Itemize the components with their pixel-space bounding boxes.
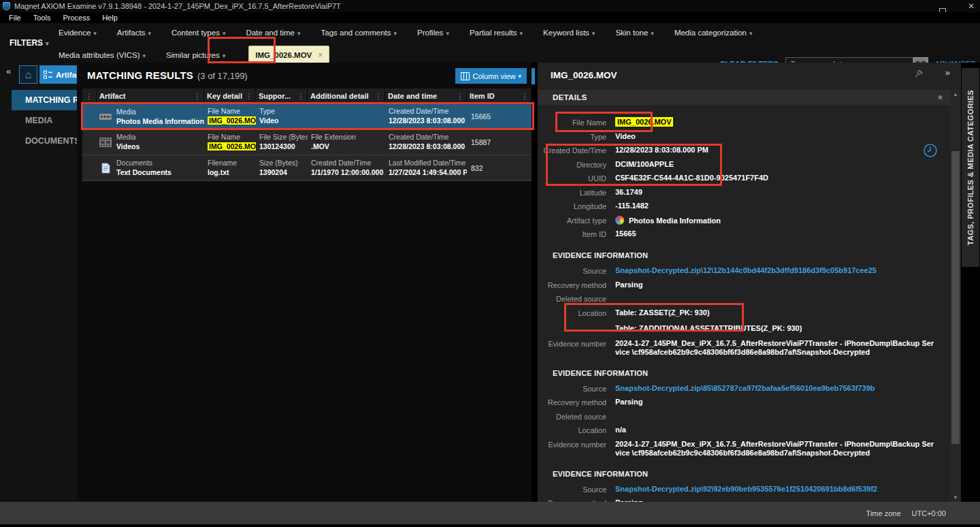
details-content: File NameIMG_0026.MOV TypeVideo Created …	[538, 105, 950, 502]
tab-artifacts[interactable]: Artifact	[39, 65, 77, 84]
chevron-down-icon: ▾	[446, 30, 449, 37]
sidebar-list: MATCHING RES MEDIA DOCUMENTS	[12, 90, 77, 151]
collapse-sidebar-icon[interactable]: «	[6, 66, 11, 76]
field-value: Video	[615, 132, 935, 142]
page-title: MATCHING RESULTS	[87, 69, 193, 81]
sidebar-item-matching-results[interactable]: MATCHING RES	[12, 90, 77, 110]
menu-file[interactable]: File	[3, 14, 27, 22]
field-label: Source	[541, 485, 606, 494]
menu-process[interactable]: Process	[56, 14, 96, 22]
column-header-date-and-time[interactable]: Date and time⋮	[385, 89, 467, 103]
key-detail-value: log.txt	[208, 167, 255, 178]
field-label: Evidence number	[541, 440, 606, 458]
field-label: Item ID	[541, 229, 606, 239]
search-hit-highlight: IMG_0026.MOV	[208, 116, 256, 125]
filter-tags-comments[interactable]: Tags and comments▾	[321, 29, 397, 37]
artifact-group: Media	[116, 107, 204, 116]
film-strip-icon	[98, 135, 113, 150]
scroll-down-icon[interactable]: ▼	[950, 495, 961, 500]
chevron-down-icon: ▾	[223, 30, 226, 37]
date-label: Created Date/Time	[389, 132, 466, 142]
sidebar-item-media[interactable]: MEDIA	[12, 110, 77, 131]
field-value: C5F4E32F-C544-4A1C-81D0-9025471F7F4D	[615, 174, 935, 183]
details-scrollbar[interactable]: ▲ ▼	[950, 90, 961, 502]
filter-profiles[interactable]: Profiles▾	[417, 29, 449, 37]
row-menu-column-header[interactable]: ⋮	[82, 89, 97, 103]
column-header-additional-detail[interactable]: Additional detail⋮	[308, 89, 385, 103]
table-row[interactable]: Media Videos File NameIMG_0026.MOV File …	[82, 129, 532, 155]
filter-content-types[interactable]: Content types▾	[172, 29, 226, 37]
filter-partial-results[interactable]: Partial results▾	[470, 29, 523, 37]
collapse-section-icon[interactable]: «	[936, 95, 946, 100]
key-detail-label: File Name	[208, 132, 255, 142]
kebab-menu-icon[interactable]: ⋮	[375, 93, 382, 100]
artifact-group: Documents	[116, 158, 172, 167]
details-section-header[interactable]: DETAILS «	[538, 90, 950, 105]
table-row[interactable]: Documents Text Documents Filenamelog.txt…	[82, 155, 532, 181]
field-value: -115.1482	[615, 202, 935, 211]
artifact-name: Photos Media Information	[116, 116, 204, 127]
filter-media-categorization[interactable]: Media categorization▾	[674, 29, 753, 37]
film-reel-icon	[98, 109, 113, 124]
collapse-panel-icon[interactable]: »	[945, 67, 950, 78]
timezone-value: UTC+0:00	[912, 509, 946, 517]
kebab-menu-icon[interactable]: ⋮	[297, 93, 304, 100]
title-bar: Magnet AXIOM Examine v7.9.1.38948 - 2024…	[0, 0, 980, 12]
column-view-button[interactable]: Column view ▾	[455, 68, 527, 84]
kebab-menu-icon[interactable]: ⋮	[521, 93, 528, 100]
filters-label: FILTERS	[10, 38, 43, 48]
key-detail-label: Filename	[208, 158, 255, 167]
kebab-menu-icon[interactable]: ⋮	[194, 93, 201, 100]
source-link[interactable]: Snapshot-Decrypted.zip\12\12b144c0bd44f2…	[615, 266, 935, 276]
kebab-menu-icon: ⋮	[86, 93, 93, 100]
chevron-down-icon: ▾	[46, 40, 49, 47]
field-value: Parsing	[615, 398, 935, 407]
table-row[interactable]: Media Photos Media Information File Name…	[82, 103, 532, 129]
evidence-section-header: EVIDENCE INFORMATION	[553, 251, 950, 259]
field-label: Deleted source	[541, 294, 606, 304]
filter-evidence[interactable]: Evidence▾	[59, 29, 97, 37]
field-label: Evidence number	[541, 339, 606, 357]
field-value: 36.1749	[615, 188, 935, 197]
filter-media-attributes-vics[interactable]: Media attributes (VICS)▾	[59, 51, 146, 59]
chevron-down-icon: ▾	[592, 30, 595, 37]
sidebar-item-documents[interactable]: DOCUMENTS	[12, 131, 77, 151]
pin-icon[interactable]	[914, 69, 924, 78]
close-icon[interactable]: ×	[318, 50, 323, 60]
filter-artifacts[interactable]: Artifacts▾	[117, 29, 151, 37]
home-button[interactable]: ⌂	[19, 65, 37, 84]
chevron-down-icon: ▾	[93, 30, 97, 37]
scrollbar-thumb[interactable]	[951, 151, 960, 444]
field-label: Latitude	[541, 188, 606, 197]
menu-bar: File Tools Process Help	[0, 12, 980, 23]
field-label: Deleted source	[541, 412, 606, 421]
filter-keyword-lists[interactable]: Keyword lists▾	[543, 29, 595, 37]
tab-tags-profiles-media-categories[interactable]: TAGS, PROFILES & MEDIA CATEGORIES	[962, 68, 979, 267]
filter-skin-tone[interactable]: Skin tone▾	[615, 29, 653, 37]
scroll-up-icon[interactable]: ▲	[950, 92, 961, 97]
column-header-item-id[interactable]: Item ID⋮	[467, 89, 532, 103]
results-header: MATCHING RESULTS (3 of 17,199)	[87, 69, 248, 81]
filter-date-and-time[interactable]: Date and time▾	[246, 29, 300, 37]
filters-dropdown[interactable]: FILTERS▾	[10, 38, 49, 48]
close-button[interactable]: ✕	[966, 1, 976, 11]
filter-similar-pictures[interactable]: Similar pictures▾	[166, 51, 225, 59]
clock-icon[interactable]	[923, 143, 938, 158]
column-header-support[interactable]: Suppor...⋮	[256, 89, 308, 103]
menu-help[interactable]: Help	[96, 14, 124, 22]
column-header-key-detail[interactable]: Key detail⋮	[204, 89, 256, 103]
kebab-menu-icon[interactable]: ⋮	[457, 93, 463, 100]
field-value: 12/28/2023 8:03:08.000 PM	[615, 146, 935, 155]
menu-tools[interactable]: Tools	[27, 14, 57, 22]
item-id: 832	[467, 155, 532, 180]
source-link[interactable]: Snapshot-Decrypted.zip\85\852787ca97f2ba…	[615, 384, 935, 394]
kebab-menu-icon[interactable]: ⋮	[246, 93, 252, 100]
active-filter-chip[interactable]: IMG_0026.MOV ×	[248, 46, 329, 65]
column-header-artifact[interactable]: Artifact⋮	[97, 89, 204, 103]
document-icon	[98, 161, 113, 176]
window-title: Magnet AXIOM Examine v7.9.1.38948 - 2024…	[14, 2, 341, 10]
source-link[interactable]: Snapshot-Decrypted.zip\92\92eb90beb95355…	[615, 485, 935, 494]
chevron-down-icon: ▾	[518, 73, 521, 80]
evidence-section-header: EVIDENCE INFORMATION	[553, 470, 950, 478]
location-value: Table: ZASSET(Z_PK: 930)	[615, 308, 935, 318]
